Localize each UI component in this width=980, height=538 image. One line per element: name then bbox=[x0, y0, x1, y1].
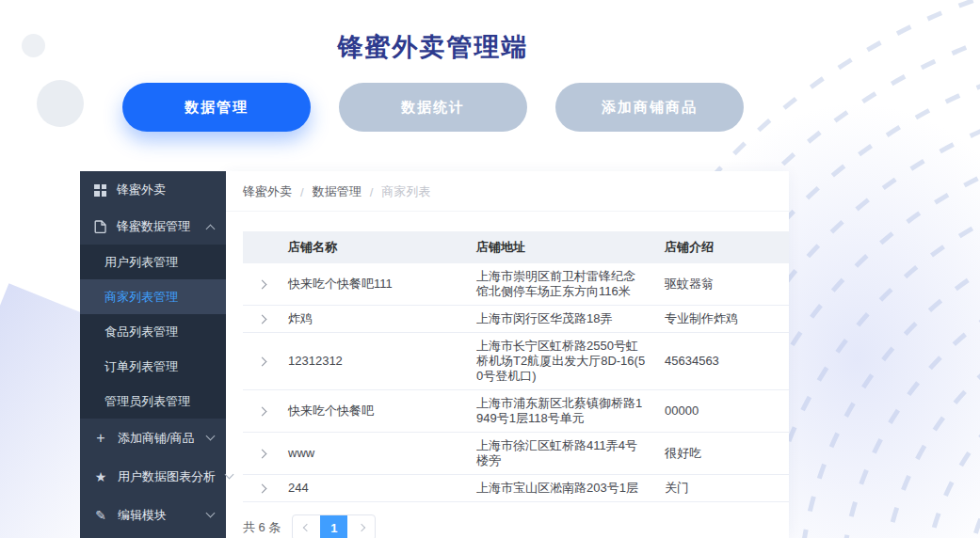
expand-row-icon[interactable] bbox=[257, 280, 266, 290]
table-row: 快来吃个快餐吧 上海市浦东新区北蔡镇御桥路1949号1层118号单元 00000 bbox=[243, 390, 789, 433]
shop-name: 炸鸡 bbox=[279, 306, 467, 333]
sidebar: 锋蜜外卖 锋蜜数据管理 用户列表管理 商家列表管理 食品列表管理 订单列表管理 … bbox=[80, 171, 226, 538]
breadcrumb-item-home[interactable]: 锋蜜外卖 bbox=[243, 183, 292, 200]
tab-data-statistics[interactable]: 数据统计 bbox=[339, 83, 527, 132]
sidebar-submenu: 用户列表管理 商家列表管理 食品列表管理 订单列表管理 管理员列表管理 bbox=[80, 245, 226, 419]
shop-address: 上海市长宁区虹桥路2550号虹桥机场T2航厦出发大厅8D-16(50号登机口) bbox=[467, 333, 655, 390]
breadcrumb-separator: / bbox=[370, 185, 374, 199]
expand-row-icon[interactable] bbox=[257, 450, 266, 459]
sidebar-item-admin-list[interactable]: 管理员列表管理 bbox=[80, 384, 226, 419]
sidebar-item-label: 编辑模块 bbox=[118, 507, 197, 524]
tab-add-shop-product[interactable]: 添加商铺商品 bbox=[555, 83, 744, 132]
pagination-page-1[interactable]: 1 bbox=[320, 515, 347, 538]
sidebar-item-label: 用户数据图表分析 bbox=[118, 468, 216, 485]
expand-row-icon[interactable] bbox=[257, 407, 266, 417]
column-shop-intro: 店铺介绍 bbox=[655, 231, 789, 263]
shop-name: www bbox=[279, 433, 467, 475]
sidebar-item-edit-module[interactable]: ✎ 编辑模块 bbox=[80, 496, 226, 534]
table-row: 炸鸡 上海市闵行区华茂路18弄 专业制作炸鸡 bbox=[243, 306, 789, 333]
tab-data-management[interactable]: 数据管理 bbox=[122, 83, 311, 132]
column-shop-address: 店铺地址 bbox=[467, 231, 655, 263]
expand-row-icon[interactable] bbox=[257, 357, 266, 367]
shop-intro: 很好吃 bbox=[655, 433, 789, 475]
shop-name: 12312312 bbox=[279, 333, 467, 390]
pager: 1 bbox=[292, 514, 376, 538]
sidebar-item-add-shop[interactable]: + 添加商铺/商品 bbox=[80, 419, 226, 457]
shop-intro: 驱蚊器翁 bbox=[655, 263, 789, 306]
expand-row-icon[interactable] bbox=[257, 484, 266, 494]
table-row: 244 上海市宝山区淞南路203号1层 关门 bbox=[243, 475, 789, 502]
pagination: 共 6 条 1 bbox=[243, 514, 789, 538]
sidebar-item-user-charts[interactable]: ★ 用户数据图表分析 bbox=[80, 457, 226, 496]
column-shop-name: 店铺名称 bbox=[279, 231, 467, 263]
sidebar-item-order-list[interactable]: 订单列表管理 bbox=[80, 349, 226, 384]
sidebar-item-food-list[interactable]: 食品列表管理 bbox=[80, 314, 226, 349]
shop-intro: 关门 bbox=[655, 475, 789, 502]
pagination-total: 共 6 条 bbox=[243, 519, 281, 536]
sidebar-item-label: 锋蜜数据管理 bbox=[117, 218, 197, 235]
sidebar-item-merchant-list[interactable]: 商家列表管理 bbox=[80, 279, 226, 314]
pagination-prev-button[interactable] bbox=[293, 515, 320, 538]
table-row: 12312312 上海市长宁区虹桥路2550号虹桥机场T2航厦出发大厅8D-16… bbox=[243, 333, 789, 390]
shop-name: 快来吃个快餐吧 bbox=[279, 390, 467, 433]
shop-name: 244 bbox=[279, 475, 467, 502]
shop-address: 上海市闵行区华茂路18弄 bbox=[467, 306, 655, 333]
sidebar-item-data-management[interactable]: 锋蜜数据管理 bbox=[80, 209, 226, 245]
grid-icon bbox=[94, 184, 106, 197]
chevron-down-icon bbox=[206, 432, 216, 441]
table-row: 快来吃个快餐吧111 上海市崇明区前卫村雷锋纪念馆北侧停车场正东方向116米 驱… bbox=[243, 263, 789, 306]
shop-name: 快来吃个快餐吧111 bbox=[279, 263, 467, 306]
chevron-down-icon bbox=[206, 509, 216, 518]
sidebar-item-brand[interactable]: 锋蜜外卖 bbox=[80, 171, 226, 209]
shop-address: 上海市浦东新区北蔡镇御桥路1949号1层118号单元 bbox=[467, 390, 655, 433]
page-title: 锋蜜外卖管理端 bbox=[0, 30, 866, 64]
circle-decoration-large bbox=[37, 80, 84, 127]
shop-table: 店铺名称 店铺地址 店铺介绍 快来吃个快餐吧111 上海市崇明区前卫村雷锋纪念馆… bbox=[243, 231, 789, 502]
shop-intro: 45634563 bbox=[655, 333, 789, 390]
shop-address: 上海市徐汇区虹桥路411弄4号楼旁 bbox=[467, 433, 655, 475]
shop-intro: 专业制作炸鸡 bbox=[655, 306, 789, 333]
sidebar-item-label: 添加商铺/商品 bbox=[118, 430, 197, 447]
document-icon bbox=[94, 220, 106, 233]
expand-row-icon[interactable] bbox=[257, 315, 266, 324]
sidebar-item-user-list[interactable]: 用户列表管理 bbox=[80, 245, 226, 279]
pencil-icon: ✎ bbox=[94, 509, 107, 522]
pagination-next-button[interactable] bbox=[347, 515, 375, 538]
breadcrumb-item-data-management[interactable]: 数据管理 bbox=[313, 183, 361, 200]
breadcrumb: 锋蜜外卖 / 数据管理 / 商家列表 bbox=[226, 171, 789, 212]
chevron-left-icon bbox=[303, 524, 311, 531]
shop-address: 上海市宝山区淞南路203号1层 bbox=[467, 475, 655, 502]
table-row: www 上海市徐汇区虹桥路411弄4号楼旁 很好吃 bbox=[243, 433, 789, 475]
chevron-up-icon bbox=[206, 224, 216, 233]
main-panel: 锋蜜外卖 / 数据管理 / 商家列表 店铺名称 店铺地址 店铺介绍 快来吃个快餐… bbox=[226, 171, 789, 538]
table-header-row: 店铺名称 店铺地址 店铺介绍 bbox=[243, 231, 789, 263]
shop-intro: 00000 bbox=[655, 390, 789, 433]
chevron-right-icon bbox=[358, 524, 365, 531]
top-tab-bar: 数据管理 数据统计 添加商铺商品 bbox=[122, 83, 744, 132]
sidebar-brand-label: 锋蜜外卖 bbox=[117, 182, 214, 198]
star-icon: ★ bbox=[94, 470, 107, 483]
breadcrumb-item-merchant-list: 商家列表 bbox=[381, 183, 430, 200]
shop-address: 上海市崇明区前卫村雷锋纪念馆北侧停车场正东方向116米 bbox=[467, 263, 655, 306]
plus-icon: + bbox=[94, 431, 107, 446]
breadcrumb-separator: / bbox=[300, 185, 304, 199]
